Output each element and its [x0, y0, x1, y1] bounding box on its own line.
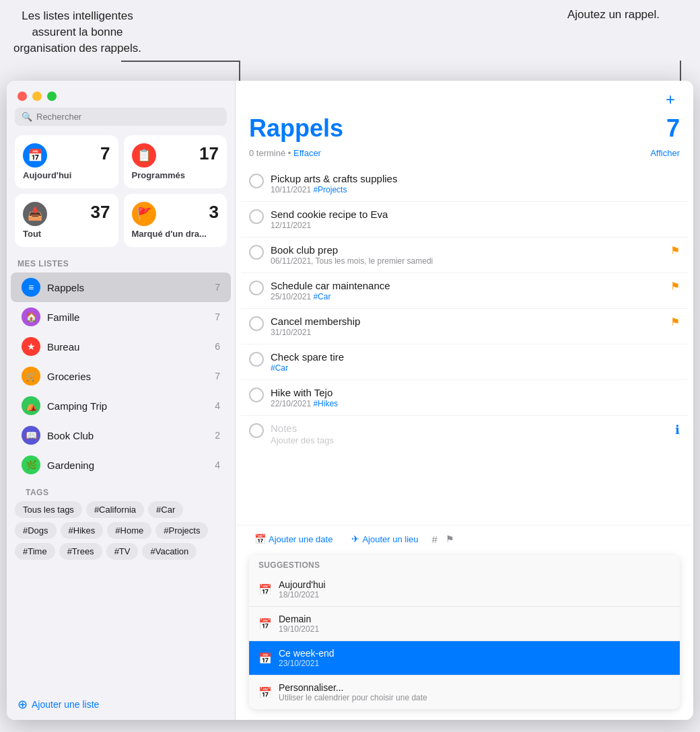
reminder-tag-7[interactable]: #Hikes: [313, 399, 338, 408]
suggestion-today[interactable]: 📅 Aujourd'hui 18/10/2021: [249, 573, 680, 607]
tag-home[interactable]: #Home: [107, 522, 151, 539]
reminder-tag-1[interactable]: #Projects: [313, 185, 347, 194]
list-item-bookclub[interactable]: 📖 Book Club 2: [11, 420, 231, 450]
list-item-bureau[interactable]: ★ Bureau 6: [11, 332, 231, 361]
suggestion-tomorrow[interactable]: 📅 Demain 19/10/2021: [249, 607, 680, 641]
suggestion-weekend-sub: 23/10/2021: [279, 659, 335, 668]
tag-tv[interactable]: #TV: [106, 543, 139, 560]
reminder-subtitle-3: 06/11/2021, Tous les mois, le premier sa…: [271, 256, 664, 266]
tags-title: Tags: [15, 485, 227, 501]
add-location-button[interactable]: ✈ Ajouter un lieu: [346, 531, 423, 547]
tag-button[interactable]: #: [432, 534, 438, 545]
reminder-checkbox-5[interactable]: [249, 316, 264, 331]
list-item-famille[interactable]: 🏠 Famille 7: [11, 302, 231, 332]
reminder-checkbox-2[interactable]: [249, 209, 264, 224]
flag-button[interactable]: ⚑: [446, 534, 454, 544]
reminder-checkbox-6[interactable]: [249, 352, 264, 367]
add-date-button[interactable]: 📅 Ajouter une date: [249, 531, 338, 547]
add-reminder-button[interactable]: +: [661, 90, 680, 109]
reminder-date-5: 31/10/2021: [271, 328, 311, 337]
reminder-date-7: 22/10/2021: [271, 399, 311, 408]
reminder-item-5: Cancel membership 31/10/2021 ⚑: [241, 309, 688, 344]
suggestion-tomorrow-sub: 19/10/2021: [279, 624, 319, 634]
effacer-link[interactable]: Effacer: [293, 148, 321, 158]
groceries-name: Groceries: [47, 371, 208, 382]
gardening-name: Gardening: [47, 460, 208, 471]
list-item-groceries[interactable]: 🛒 Groceries 7: [11, 361, 231, 391]
main-count: 7: [666, 114, 680, 143]
rappels-name: Rappels: [47, 282, 208, 293]
reminder-item-6: Check spare tire #Car: [241, 344, 688, 380]
reminder-body-4: Schedule car maintenance 25/10/2021 #Car: [271, 280, 664, 301]
groceries-icon: 🛒: [22, 367, 40, 386]
gardening-icon: 🌿: [22, 455, 40, 474]
smart-card-all-header: 📥 37: [23, 202, 110, 226]
minimize-button[interactable]: [32, 92, 42, 101]
afficher-link[interactable]: Afficher: [650, 148, 680, 158]
tag-trees[interactable]: #Trees: [59, 543, 102, 560]
reminder-tag-4[interactable]: #Car: [313, 292, 330, 301]
cal-icon-tomorrow: 📅: [258, 618, 272, 630]
new-reminder-circle: [249, 423, 264, 438]
reminder-title-4: Schedule car maintenance: [271, 280, 664, 291]
reminder-subtitle-7: 22/10/2021 #Hikes: [271, 399, 680, 408]
famille-name: Famille: [47, 312, 208, 323]
reminder-tag-6[interactable]: #Car: [271, 363, 288, 373]
smart-card-scheduled[interactable]: 📋 17 Programmés: [124, 135, 228, 188]
tag-time[interactable]: #Time: [15, 543, 55, 560]
completed-count: 0 terminé: [249, 148, 285, 158]
smart-card-all[interactable]: 📥 37 Tout: [15, 194, 118, 247]
reminder-subtitle-6: #Car: [271, 363, 680, 373]
connector-line-right-v: [680, 61, 681, 83]
reminder-flag-4: ⚑: [670, 280, 680, 293]
reminder-date-2: 12/11/2021: [271, 221, 311, 230]
tag-dogs[interactable]: #Dogs: [15, 522, 57, 539]
reminder-checkbox-7[interactable]: [249, 388, 264, 402]
today-count: 7: [100, 143, 110, 164]
gardening-count: 4: [215, 460, 220, 470]
list-item-gardening[interactable]: 🌿 Gardening 4: [11, 450, 231, 480]
reminder-title-5: Cancel membership: [271, 316, 664, 327]
suggestion-customize[interactable]: 📅 Personnaliser... Utiliser le calendrie…: [249, 675, 680, 709]
rappels-icon: ≡: [22, 278, 40, 297]
tag-car[interactable]: #Car: [148, 501, 183, 518]
flagged-count: 3: [209, 202, 219, 223]
reminder-checkbox-1[interactable]: [249, 174, 264, 188]
all-icon: 📥: [23, 202, 47, 226]
add-list-footer[interactable]: ⊕ Ajouter une liste: [7, 689, 235, 720]
smart-card-flagged[interactable]: 🚩 3 Marqué d'un dra...: [124, 194, 228, 247]
completed-text: 0 terminé • Effacer: [249, 148, 321, 158]
tag-projects[interactable]: #Projects: [155, 522, 208, 539]
reminder-subtitle-5: 31/10/2021: [271, 328, 664, 337]
list-item-rappels[interactable]: ≡ Rappels 7: [11, 272, 231, 302]
tag-tous[interactable]: Tous les tags: [15, 501, 82, 518]
sidebar: 🔍 📅 7 Aujourd'hui 📋 17 Pro: [7, 81, 236, 720]
suggestion-weekend[interactable]: 📅 Ce week-end 23/10/2021: [249, 641, 680, 675]
reminder-body-2: Send cookie recipe to Eva 12/11/2021: [271, 209, 680, 230]
smart-card-today[interactable]: 📅 7 Aujourd'hui: [15, 135, 118, 188]
search-input[interactable]: [36, 112, 220, 122]
annotation-right: Ajoutez un rappel.: [567, 8, 660, 22]
maximize-button[interactable]: [47, 92, 57, 101]
tags-grid: Tous les tags #California #Car #Dogs #Hi…: [15, 501, 227, 560]
cal-icon-weekend: 📅: [258, 652, 272, 665]
info-icon[interactable]: ℹ: [675, 423, 680, 437]
tag-vacation[interactable]: #Vacation: [142, 543, 197, 560]
close-button[interactable]: [18, 92, 27, 101]
suggestion-weekend-main: Ce week-end: [279, 648, 335, 659]
reminder-title-6: Check spare tire: [271, 351, 680, 363]
suggestion-today-main: Aujourd'hui: [279, 579, 326, 590]
famille-icon: 🏠: [22, 307, 40, 326]
list-item-camping[interactable]: ⛺ Camping Trip 4: [11, 391, 231, 420]
reminder-checkbox-4[interactable]: [249, 281, 264, 295]
today-label: Aujourd'hui: [23, 170, 110, 180]
traffic-lights: [7, 81, 235, 108]
tag-california[interactable]: #California: [86, 501, 144, 518]
connector-line-left-v: [239, 61, 240, 83]
reminder-checkbox-3[interactable]: [249, 245, 264, 260]
reminder-date-1: 10/11/2021: [271, 185, 311, 194]
tag-hikes[interactable]: #Hikes: [61, 522, 104, 539]
reminder-date-3: 06/11/2021, Tous les mois, le premier sa…: [271, 256, 433, 266]
action-bar: 📅 Ajouter une date ✈ Ajouter un lieu # ⚑: [236, 525, 693, 552]
bookclub-icon: 📖: [22, 426, 40, 445]
